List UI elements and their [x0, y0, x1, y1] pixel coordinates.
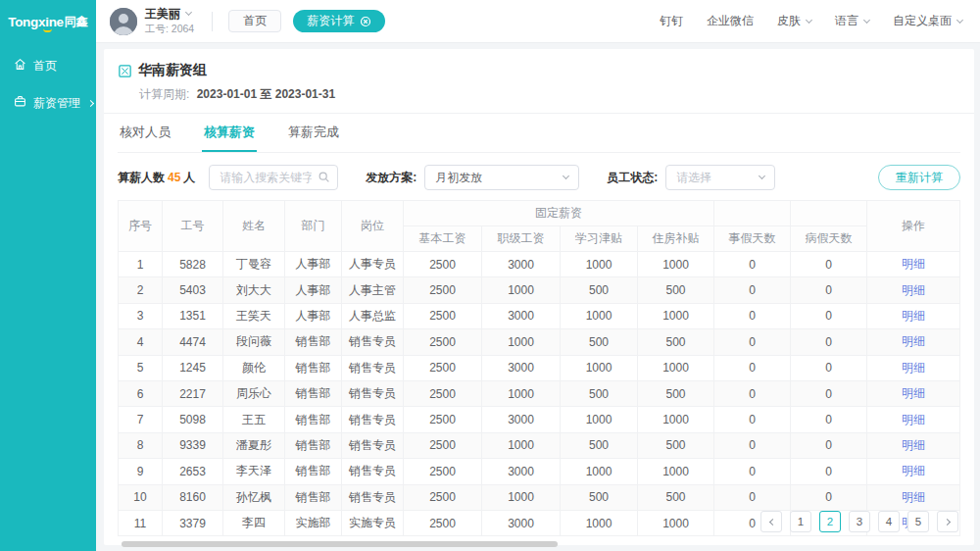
col-base-salary: 基本工资: [404, 226, 482, 252]
detail-link[interactable]: 明细: [902, 464, 925, 477]
tab-check-staff[interactable]: 核对人员: [118, 114, 172, 152]
menu-item-wecom[interactable]: 企业微信: [707, 13, 754, 29]
user-info[interactable]: 王美丽 工号: 2064: [145, 7, 194, 35]
table-cell: 500: [561, 380, 638, 406]
action-cell: 明细: [867, 329, 960, 355]
table-cell: 2500: [404, 303, 482, 328]
table-cell: 4: [119, 329, 163, 355]
plan-select[interactable]: 月初发放: [424, 165, 579, 190]
table-cell: 销售部: [285, 459, 342, 484]
tab-calc-done[interactable]: 算薪完成: [286, 114, 341, 152]
table-cell: 3000: [482, 252, 561, 277]
detail-link[interactable]: 明细: [902, 386, 925, 400]
table-row: 15828丁曼容人事部人事专员250030001000100000明细: [119, 252, 960, 277]
sidebar-item-home[interactable]: 首页: [0, 51, 96, 80]
count-unit: 人: [183, 170, 195, 186]
detail-link[interactable]: 明细: [902, 361, 925, 375]
detail-link[interactable]: 明细: [902, 309, 925, 323]
table-cell: 销售专员: [342, 459, 404, 484]
detail-link[interactable]: 明细: [902, 438, 925, 452]
emp-no-value: 2064: [172, 23, 194, 34]
menu-label: 自定义桌面: [893, 13, 952, 29]
table-cell: 0: [791, 329, 867, 355]
table-cell: 2653: [163, 459, 223, 484]
table-cell: 2500: [404, 407, 482, 432]
table-cell: 1000: [638, 407, 714, 432]
table-cell: 1: [119, 252, 163, 277]
menu-item-custom-desktop[interactable]: 自定义桌面: [893, 13, 962, 29]
table-cell: 人事部: [285, 303, 342, 328]
detail-link[interactable]: 明细: [902, 283, 925, 297]
table-cell: 人事主管: [342, 277, 404, 303]
menu-item-dingtalk[interactable]: 钉钉: [660, 13, 683, 29]
close-circle-icon[interactable]: [360, 16, 371, 27]
page-button-5[interactable]: 5: [907, 511, 929, 532]
recalculate-button[interactable]: 重新计算: [878, 165, 960, 190]
table-cell: 0: [791, 303, 867, 328]
table-cell: 销售专员: [342, 329, 404, 355]
emp-no-label: 工号:: [145, 23, 169, 34]
action-cell: 明细: [867, 252, 960, 277]
horizontal-scrollbar[interactable]: [122, 541, 558, 547]
table-cell: 实施部: [285, 510, 342, 535]
table-cell: 5098: [163, 407, 223, 432]
table-cell: 0: [791, 355, 867, 380]
page-button-1[interactable]: 1: [790, 511, 811, 532]
sidebar: Tongxine同鑫 首页 薪资管理: [0, 0, 96, 551]
table-cell: 1245: [163, 355, 223, 380]
menu-item-skin[interactable]: 皮肤: [777, 13, 811, 29]
table-cell: 2500: [404, 329, 482, 355]
table-cell: 销售专员: [342, 432, 404, 458]
menu-item-language[interactable]: 语言: [835, 13, 869, 29]
col-group-fixed-salary: 固定薪资: [404, 201, 714, 226]
table-cell: 段问薇: [223, 329, 285, 355]
table-cell: 2500: [404, 252, 482, 277]
sidebar-item-payroll[interactable]: 薪资管理: [0, 88, 96, 118]
menu-label: 语言: [835, 13, 858, 29]
period-label: 计算周期:: [139, 87, 189, 101]
prev-page-button[interactable]: [760, 511, 782, 532]
table-cell: 2500: [404, 355, 482, 380]
next-page-button[interactable]: [937, 511, 958, 532]
page-button-2[interactable]: 2: [819, 511, 841, 532]
detail-link[interactable]: 明细: [902, 413, 925, 426]
tab-payroll-calc[interactable]: 薪资计算: [293, 10, 385, 32]
tab-calc-salary[interactable]: 核算薪资: [202, 114, 257, 152]
avatar[interactable]: [110, 8, 137, 35]
step-tabs: 核对人员 核算薪资 算薪完成: [118, 114, 960, 153]
detail-link[interactable]: 明细: [902, 257, 925, 271]
table-cell: 销售部: [285, 329, 342, 355]
detail-link[interactable]: 明细: [902, 490, 925, 504]
status-select[interactable]: 请选择: [665, 165, 775, 190]
col-position: 岗位: [342, 201, 404, 252]
table-row: 92653李天泽销售部销售专员250030001000100000明细: [119, 459, 960, 484]
plan-label: 发放方案:: [366, 170, 416, 186]
table-cell: 销售专员: [342, 407, 404, 432]
menu-label: 钉钉: [660, 13, 683, 29]
detail-link[interactable]: 明细: [902, 334, 925, 348]
page-button-3[interactable]: 3: [849, 511, 870, 532]
action-cell: 明细: [867, 380, 960, 406]
page-button-4[interactable]: 4: [878, 511, 900, 532]
action-cell: 明细: [867, 407, 960, 432]
chevron-down-icon: [806, 16, 812, 23]
chevron-down-icon: [956, 16, 963, 23]
action-cell: 明细: [867, 459, 960, 484]
tab-home[interactable]: 首页: [228, 10, 281, 32]
table-cell: 0: [714, 484, 791, 510]
status-select-placeholder: 请选择: [676, 170, 711, 186]
table-cell: 5: [119, 355, 163, 380]
table-cell: 0: [714, 380, 791, 406]
table-cell: 11: [119, 510, 163, 535]
pagination: 1 2 3 4 5: [753, 511, 958, 532]
menu-label: 企业微信: [707, 13, 754, 29]
period-value: 2023-01-01 至 2023-01-31: [197, 87, 335, 101]
table-cell: 0: [714, 252, 791, 277]
table-cell: 1000: [561, 252, 638, 277]
table-cell: 0: [714, 432, 791, 458]
table-cell: 0: [791, 277, 867, 303]
table-cell: 3379: [163, 510, 223, 535]
card-header: 华南薪资组 计算周期: 2023-01-01 至 2023-01-31: [118, 49, 960, 114]
table-cell: 0: [791, 407, 867, 432]
table-row: 62217周乐心销售部销售专员2500100050050000明细: [119, 380, 960, 406]
